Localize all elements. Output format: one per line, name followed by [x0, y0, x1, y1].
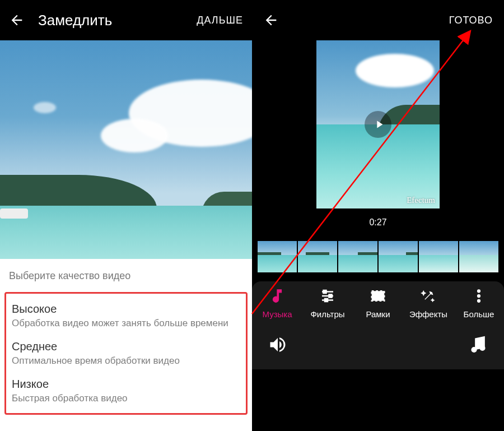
tab-label: Музыка — [262, 309, 292, 319]
tab-more[interactable]: Больше — [454, 287, 504, 319]
svg-point-7 — [478, 290, 480, 293]
music-note-icon[interactable] — [468, 335, 488, 355]
bottom-bar — [252, 325, 504, 369]
left-header: Замедлить ДАЛЬШЕ — [0, 0, 252, 40]
quality-option-sub: Быстрая обработка видео — [12, 393, 240, 404]
quality-option-low[interactable]: Низкое Быстрая обработка видео — [6, 372, 246, 410]
tab-label: Рамки — [366, 309, 390, 319]
thumb[interactable] — [338, 241, 377, 272]
screen-title: Замедлить — [38, 12, 112, 29]
back-arrow-icon[interactable] — [263, 12, 279, 28]
svg-rect-4 — [329, 295, 332, 298]
svg-rect-3 — [324, 290, 326, 293]
tab-label: Больше — [464, 309, 494, 319]
right-header: ГОТОВО — [252, 0, 504, 40]
svg-rect-5 — [325, 299, 328, 302]
quality-prompt: Выберите качество видео — [9, 270, 243, 282]
tab-music[interactable]: Музыка — [252, 287, 302, 319]
tab-filters[interactable]: Фильтры — [302, 287, 353, 319]
quality-option-title: Среднее — [12, 340, 240, 353]
thumb[interactable] — [298, 241, 337, 272]
timeline-thumbs[interactable] — [258, 241, 498, 272]
volume-icon[interactable] — [268, 335, 288, 355]
quality-options-highlight: Высокое Обработка видео может занять бол… — [4, 292, 248, 415]
next-button[interactable]: ДАЛЬШЕ — [197, 15, 243, 26]
editor-screen: ГОТОВО Efectum 0:27 — [252, 0, 504, 431]
svg-point-11 — [480, 346, 485, 350]
thumb[interactable] — [379, 241, 418, 272]
quality-option-sub: Оптимальное время обработки видео — [12, 355, 240, 367]
quality-option-title: Низкое — [12, 378, 240, 391]
video-duration: 0:27 — [369, 217, 386, 228]
filters-icon — [319, 287, 337, 305]
quality-select-screen: Замедлить ДАЛЬШЕ Выберите качество видео… — [0, 0, 252, 431]
editor-tabs: Музыка Фильтры Рамки Эффекты — [252, 281, 504, 325]
video-preview-left — [0, 40, 252, 259]
back-arrow-icon[interactable] — [9, 12, 25, 28]
svg-point-10 — [472, 347, 477, 352]
video-preview-right[interactable]: Efectum — [316, 40, 440, 208]
svg-point-8 — [478, 295, 480, 298]
svg-rect-6 — [372, 291, 385, 301]
quality-option-medium[interactable]: Среднее Оптимальное время обработки виде… — [6, 335, 246, 372]
thumb[interactable] — [258, 241, 297, 272]
play-icon[interactable] — [365, 111, 391, 138]
svg-point-9 — [478, 299, 480, 302]
quality-option-title: Высокое — [12, 303, 240, 316]
frames-icon — [369, 287, 387, 305]
tab-label: Эффекты — [409, 309, 447, 319]
more-icon — [470, 287, 488, 305]
tab-effects[interactable]: Эффекты — [403, 287, 454, 319]
quality-option-high[interactable]: Высокое Обработка видео может занять бол… — [6, 297, 246, 335]
watermark-label: Efectum — [407, 196, 435, 205]
quality-option-sub: Обработка видео может занять больше врем… — [12, 318, 240, 329]
tab-label: Фильтры — [310, 309, 344, 319]
done-button[interactable]: ГОТОВО — [449, 15, 493, 26]
thumb[interactable] — [419, 241, 458, 272]
music-icon — [268, 287, 286, 305]
thumb[interactable] — [459, 241, 498, 272]
effects-icon — [419, 287, 437, 305]
tab-frames[interactable]: Рамки — [353, 287, 403, 319]
